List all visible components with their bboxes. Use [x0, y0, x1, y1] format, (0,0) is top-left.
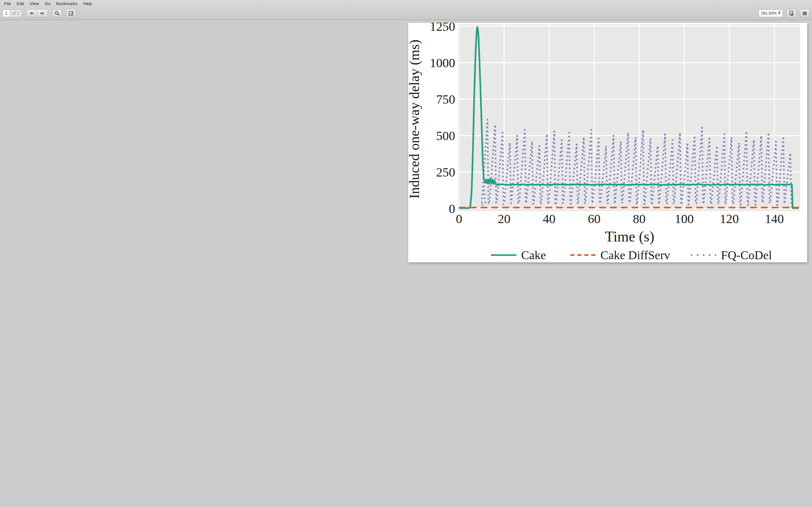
document-canvas[interactable]: 020406080100120140025050075010001250 Tim…: [0, 20, 812, 507]
arrow-right-icon: [39, 10, 45, 16]
page-count-label: of 1: [10, 9, 22, 17]
zoom-level-combobox[interactable]: 261.93%: [759, 9, 783, 17]
menu-view[interactable]: View: [27, 0, 42, 7]
page-nav-group: [26, 9, 48, 17]
search-button[interactable]: [52, 9, 62, 17]
x-axis-label: Time (s): [605, 228, 654, 245]
legend-label-fq-codel: FQ-CoDel: [721, 248, 772, 262]
legend-label-cake: Cake: [521, 248, 546, 262]
menubar: File Edit View Go Bookmarks Help: [0, 0, 812, 7]
fit-page-button[interactable]: [786, 9, 796, 17]
arrow-left-icon: [29, 10, 35, 16]
page-number-input[interactable]: 1: [3, 9, 10, 17]
menu-go[interactable]: Go: [42, 0, 53, 7]
y-tick-label: 500: [436, 129, 455, 143]
x-tick-label: 100: [675, 212, 694, 226]
next-page-button[interactable]: [37, 9, 48, 17]
y-axis-label: Induced one-way delay (ms): [408, 40, 422, 199]
y-tick-label: 1000: [430, 56, 455, 70]
y-tick-label: 1250: [430, 23, 455, 34]
x-tick-label: 120: [720, 212, 739, 226]
zoom-level-value: 261.93%: [761, 11, 776, 15]
menu-file[interactable]: File: [1, 0, 14, 7]
x-tick-label: 0: [456, 212, 462, 226]
options-menu-button[interactable]: [800, 9, 809, 17]
y-tick-label: 750: [436, 92, 455, 107]
delay-chart: 020406080100120140025050075010001250 Tim…: [408, 23, 807, 262]
menu-edit[interactable]: Edit: [14, 0, 27, 7]
plot-area: [458, 24, 800, 211]
menu-bookmarks[interactable]: Bookmarks: [53, 0, 81, 7]
y-tick-label: 0: [449, 202, 455, 216]
menu-help[interactable]: Help: [81, 0, 95, 7]
page-pointer-icon: [789, 10, 794, 16]
chart-legend: Cake Cake DiffServ FQ-CoDel: [491, 248, 772, 262]
arrow-down-icon: [777, 11, 781, 16]
edit-pencil-icon: [68, 10, 74, 16]
app-chrome: File Edit View Go Bookmarks Help 1 of 1: [0, 0, 812, 20]
toolbar: 1 of 1: [0, 7, 812, 20]
y-tick-label: 250: [436, 165, 455, 179]
x-tick-label: 40: [543, 212, 555, 226]
annotate-button[interactable]: [66, 9, 76, 17]
search-icon: [54, 10, 60, 16]
x-tick-label: 140: [765, 212, 784, 226]
hamburger-menu-icon: [802, 11, 807, 16]
pdf-page: 020406080100120140025050075010001250 Tim…: [408, 23, 807, 262]
x-tick-label: 20: [498, 212, 510, 226]
x-tick-label: 60: [588, 212, 600, 226]
legend-label-cake-diffserv: Cake DiffServ: [600, 248, 670, 262]
previous-page-button[interactable]: [26, 9, 37, 17]
x-tick-label: 80: [633, 212, 646, 226]
